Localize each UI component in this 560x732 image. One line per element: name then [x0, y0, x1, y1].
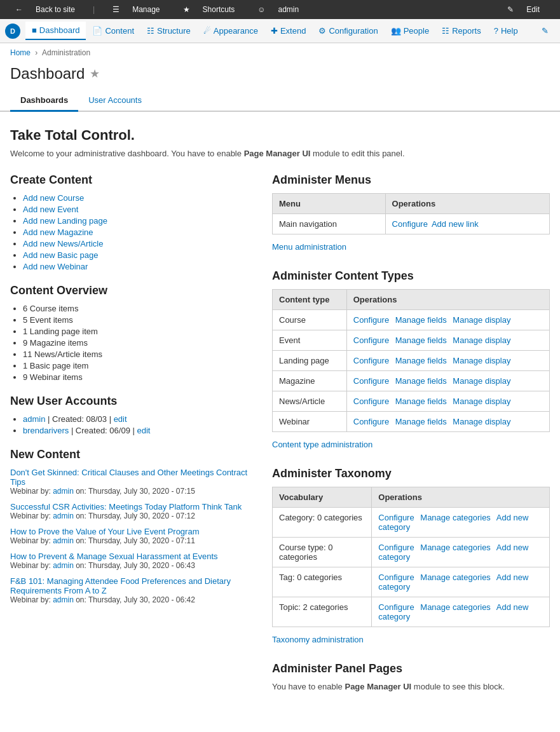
menus-table: Menu Operations Main navigationConfigure… — [272, 193, 550, 234]
author-link[interactable]: admin — [53, 595, 74, 604]
ct-op-link[interactable]: Manage display — [453, 315, 510, 325]
user-link[interactable]: brendarivers — [23, 426, 69, 435]
dashboard-icon: ■ — [32, 25, 37, 35]
favorite-star-icon[interactable]: ★ — [90, 67, 100, 81]
nav-dashboard[interactable]: ■ Dashboard — [25, 22, 86, 40]
tab-dashboards[interactable]: Dashboards — [10, 90, 78, 112]
edit-button[interactable]: ✎ — [535, 22, 555, 39]
table-row: Main navigationConfigureAdd new link — [273, 214, 550, 234]
list-item: 1 Landing page item — [23, 327, 252, 336]
ct-op-link[interactable]: Manage fields — [395, 356, 447, 365]
menu-op-link[interactable]: Add new link — [432, 219, 479, 229]
ct-op-link[interactable]: Configure — [353, 396, 389, 406]
author-link[interactable]: admin — [53, 561, 74, 570]
ct-type-cell: Magazine — [273, 371, 347, 391]
nav-structure[interactable]: ☷ Structure — [140, 22, 197, 39]
tab-user-accounts[interactable]: User Accounts — [78, 90, 152, 112]
administer-panel-pages-title: Administer Panel Pages — [272, 662, 550, 675]
administer-content-types-section: Administer Content Types Content type Op… — [272, 269, 550, 449]
create-content-link[interactable]: Add new Webinar — [23, 262, 88, 271]
user-edit-link[interactable]: edit — [137, 426, 150, 435]
tax-manage-link[interactable]: Manage categories — [420, 513, 491, 522]
nav-appearance[interactable]: ☄ Appearance — [197, 22, 264, 39]
ct-op-link[interactable]: Configure — [353, 356, 389, 365]
menu-administration-link[interactable]: Menu administration — [272, 242, 346, 252]
manage-link[interactable]: ☰ Manage — [102, 0, 170, 19]
ct-op-link[interactable]: Configure — [353, 376, 389, 386]
back-to-site-link[interactable]: ← Back to site — [5, 0, 85, 19]
ct-op-link[interactable]: Manage fields — [395, 417, 447, 426]
nav-help[interactable]: ? Help — [488, 22, 524, 39]
nav-reports[interactable]: ☷ Reports — [435, 22, 488, 39]
table-row: CourseConfigure Manage fields Manage dis… — [273, 310, 550, 330]
create-content-link[interactable]: Add new Magazine — [23, 227, 93, 237]
ct-op-link[interactable]: Manage fields — [395, 396, 447, 406]
intro-title: Take Total Control. — [10, 127, 550, 144]
new-content-title: New Content — [10, 448, 252, 461]
taxonomy-admin-link[interactable]: Taxonomy administration — [272, 635, 364, 644]
table-row: MagazineConfigure Manage fields Manage d… — [273, 371, 550, 391]
intro-text: Welcome to your administrative dashboard… — [10, 149, 550, 158]
ct-op-link[interactable]: Configure — [353, 315, 389, 325]
author-link[interactable]: admin — [53, 512, 74, 520]
content-item-link[interactable]: F&B 101: Managing Attendee Food Preferen… — [10, 576, 231, 595]
structure-icon: ☷ — [147, 26, 154, 36]
ct-op-link[interactable]: Configure — [353, 417, 389, 426]
content-item-link[interactable]: How to Prove the Value of Your Live Even… — [10, 527, 199, 536]
ct-op-link[interactable]: Manage fields — [395, 376, 447, 386]
tax-configure-link[interactable]: Configure — [378, 573, 414, 582]
content-item-link[interactable]: How to Prevent & Manage Sexual Harassmen… — [10, 552, 218, 561]
tax-configure-link[interactable]: Configure — [378, 543, 414, 552]
tax-manage-link[interactable]: Manage categories — [420, 602, 491, 612]
nav-configuration[interactable]: ⚙ Configuration — [312, 22, 384, 39]
content-overview-section: Content Overview 6 Course items5 Event i… — [10, 284, 252, 382]
ct-op-link[interactable]: Manage display — [453, 396, 510, 406]
ct-op-link[interactable]: Manage display — [453, 356, 510, 365]
create-content-link[interactable]: Add new Landing page — [23, 216, 107, 226]
menu-op-link[interactable]: Configure — [392, 219, 428, 229]
tax-ops-cell: Configure Manage categories Add new cate… — [372, 567, 550, 597]
ct-op-link[interactable]: Manage fields — [395, 315, 447, 325]
create-content-link[interactable]: Add new Basic page — [23, 250, 99, 260]
author-link[interactable]: admin — [53, 536, 74, 545]
author-link[interactable]: admin — [53, 487, 74, 496]
create-content-link[interactable]: Add new Course — [23, 193, 84, 203]
ct-op-link[interactable]: Manage display — [453, 376, 510, 386]
list-item: 1 Basic page item — [23, 361, 252, 370]
content-item-meta: Webinar by: admin on: Thursday, July 30,… — [10, 536, 252, 545]
user-edit-link[interactable]: edit — [114, 414, 127, 424]
create-content-link[interactable]: Add new News/Article — [23, 239, 103, 248]
breadcrumb-home[interactable]: Home — [10, 48, 31, 57]
site-logo: D — [5, 24, 20, 39]
edit-link[interactable]: ✎ Edit — [497, 0, 550, 19]
ct-op-link[interactable]: Manage display — [453, 336, 510, 345]
shortcuts-link[interactable]: ★ Shortcuts — [173, 0, 245, 19]
list-item: 9 Webinar items — [23, 372, 252, 382]
ct-op-link[interactable]: Manage display — [453, 417, 510, 426]
tax-manage-link[interactable]: Manage categories — [420, 573, 491, 582]
menus-col-ops: Operations — [385, 194, 549, 214]
create-content-link[interactable]: Add new Event — [23, 205, 78, 214]
admin-user-link[interactable]: ☺ admin — [247, 0, 309, 19]
nav-extend[interactable]: ✚ Extend — [264, 22, 312, 39]
appearance-icon: ☄ — [203, 26, 211, 36]
table-row: Category: 0 categoriesConfigure Manage c… — [273, 508, 550, 538]
tax-configure-link[interactable]: Configure — [378, 602, 414, 612]
content-icon: 📄 — [92, 26, 102, 36]
content-item-link[interactable]: Don't Get Skinned: Critical Clauses and … — [10, 468, 247, 487]
tax-configure-link[interactable]: Configure — [378, 513, 414, 522]
list-item: 6 Course items — [23, 304, 252, 313]
tax-vocab-cell: Topic: 2 categories — [273, 597, 372, 627]
ct-col-ops: Operations — [346, 290, 549, 310]
nav-content[interactable]: 📄 Content — [86, 22, 140, 39]
ct-op-link[interactable]: Configure — [353, 336, 389, 345]
content-type-admin-link[interactable]: Content type administration — [272, 440, 372, 449]
user-link[interactable]: admin — [23, 414, 45, 424]
list-item: Add new Magazine — [23, 227, 252, 237]
content-item-meta: Webinar by: admin on: Thursday, July 30,… — [10, 595, 252, 604]
content-item-link[interactable]: Successful CSR Activities: Meetings Toda… — [10, 502, 242, 512]
tax-manage-link[interactable]: Manage categories — [420, 543, 491, 552]
ct-op-link[interactable]: Manage fields — [395, 336, 447, 345]
nav-people[interactable]: 👥 People — [385, 22, 435, 39]
tax-col-vocab: Vocabulary — [273, 487, 372, 508]
